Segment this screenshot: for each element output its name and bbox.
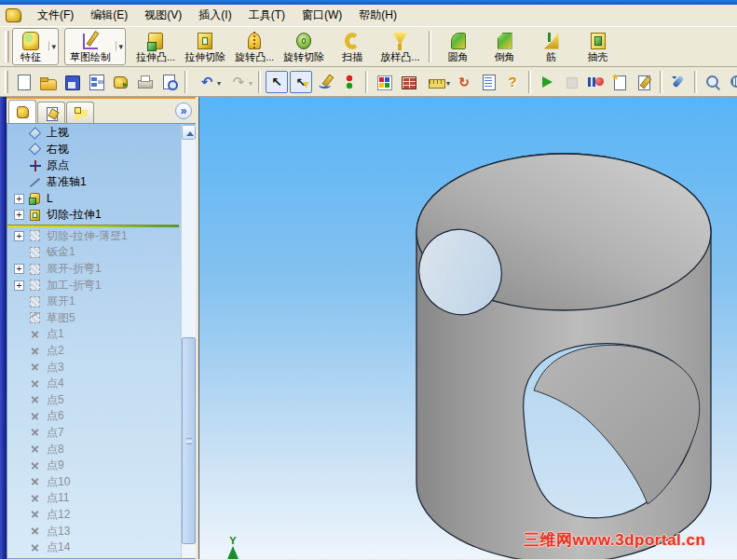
new-document-button[interactable] — [12, 71, 34, 93]
rib-button[interactable]: 筋 — [528, 28, 575, 65]
rollback-bar[interactable] — [7, 225, 179, 227]
new-note-button[interactable] — [608, 71, 631, 93]
toolbar-drag-handle[interactable] — [5, 71, 8, 93]
menu-item[interactable]: 帮助(H) — [350, 5, 405, 26]
lights-button[interactable] — [338, 71, 361, 93]
tree-item[interactable]: 点13 — [7, 523, 181, 540]
panel-tab-featuremanager[interactable] — [8, 100, 36, 123]
sweep-button[interactable]: 扫描 — [329, 28, 375, 65]
toolbar-separator — [365, 71, 368, 93]
edit-note-button[interactable] — [633, 71, 655, 93]
menu-item[interactable]: 视图(V) — [136, 5, 190, 26]
model-cylinder[interactable] — [199, 97, 737, 559]
panel-tab-propertymanager[interactable] — [37, 102, 65, 123]
tree-item[interactable]: 基准轴1 — [7, 174, 181, 191]
configurationmanager-icon — [74, 107, 88, 119]
tree-item[interactable]: 点6 — [7, 408, 181, 425]
tree-item[interactable]: 点5 — [7, 392, 181, 409]
expand-icon[interactable]: + — [14, 210, 24, 220]
chamfer-button[interactable]: 倒角 — [482, 28, 528, 65]
revolve-boss-button[interactable]: 旋转凸... — [230, 28, 279, 65]
tree-item[interactable]: +切除-拉伸-薄壁1 — [7, 228, 181, 245]
tree-item[interactable]: 右视 — [7, 142, 181, 158]
tree-item[interactable]: 点7 — [7, 425, 181, 442]
tree-item[interactable]: 点2 — [7, 343, 181, 360]
tree-item[interactable]: 草图5 — [7, 310, 181, 327]
scroll-up-button[interactable] — [182, 125, 196, 140]
open-folder-button[interactable] — [36, 71, 59, 93]
tree-item[interactable]: +展开-折弯1 — [7, 261, 181, 278]
sketch-draw-button[interactable]: 草图绘制▾ — [64, 28, 126, 65]
make-drawing-button[interactable] — [85, 71, 107, 93]
menu-item[interactable]: 窗口(W) — [293, 5, 350, 26]
undo-button[interactable]: ▾ — [192, 71, 222, 93]
expand-icon[interactable]: + — [14, 231, 24, 241]
section-view-button[interactable] — [453, 71, 475, 93]
axis-icon — [28, 176, 42, 189]
menu-item[interactable]: 插入(I) — [190, 5, 239, 26]
scrollbar-thumb[interactable] — [182, 337, 196, 544]
print-preview-button[interactable] — [157, 71, 180, 93]
toolbar-separator — [694, 71, 697, 93]
make-assembly-button[interactable] — [109, 71, 131, 93]
rotate-view-button[interactable] — [667, 71, 689, 93]
dropdown-caret-icon[interactable]: ▾ — [48, 42, 56, 51]
measure-button[interactable]: ▾ — [421, 71, 451, 93]
tree-item[interactable]: 原点 — [7, 157, 181, 174]
tree-item[interactable]: 点14 — [7, 540, 181, 556]
tree-item[interactable]: 点1 — [7, 326, 181, 343]
select-arrow-button[interactable] — [266, 71, 288, 93]
tree-item[interactable]: 点11 — [7, 490, 181, 507]
tree-item[interactable]: 点8 — [7, 441, 181, 458]
tree-item[interactable]: +切除-拉伸1 — [7, 207, 181, 224]
tree-scrollbar[interactable] — [181, 125, 196, 558]
tree-item[interactable]: 点9 — [7, 458, 181, 474]
extrude-boss-button[interactable]: 拉伸凸... — [131, 28, 180, 65]
menu-item[interactable]: 编辑(E) — [82, 5, 136, 26]
dropdown-caret-icon[interactable]: ▾ — [446, 79, 450, 88]
dropdown-caret-icon[interactable]: ▾ — [116, 42, 123, 51]
play-button[interactable] — [536, 71, 558, 93]
loft-button[interactable]: 放样凸... — [375, 28, 424, 65]
dropdown-caret-icon[interactable]: ▾ — [217, 79, 221, 88]
tree-item[interactable]: 点3 — [7, 359, 181, 376]
record-pause-button[interactable] — [584, 71, 607, 93]
help-button[interactable] — [501, 71, 524, 93]
expand-icon[interactable]: + — [14, 194, 24, 204]
panel-expand-button[interactable]: » — [175, 102, 192, 119]
fillet-button[interactable]: 圆角 — [435, 28, 482, 65]
button-label: 抽壳 — [588, 51, 608, 63]
tree-item[interactable]: 点12 — [7, 507, 181, 524]
tree-item[interactable]: +加工-折弯1 — [7, 277, 181, 294]
tree-item[interactable]: 钣金1 — [7, 244, 181, 261]
tree-item[interactable]: 点10 — [7, 473, 181, 490]
expand-icon[interactable]: + — [14, 264, 24, 274]
texture-button[interactable] — [397, 71, 419, 93]
extrude-cut-button[interactable]: 拉伸切除 — [180, 28, 230, 65]
zoom-to-area-button[interactable] — [726, 71, 737, 93]
tree-item-label: 切除-拉伸1 — [47, 207, 102, 223]
design-check-button[interactable] — [477, 71, 499, 93]
shell-button[interactable]: 抽壳 — [575, 28, 621, 65]
tree-item[interactable]: 上视 — [7, 125, 181, 142]
revolve-cut-button[interactable]: 旋转切除 — [279, 28, 329, 65]
expand-icon[interactable]: + — [14, 280, 24, 291]
extrude-boss-icon — [144, 31, 167, 51]
menu-item[interactable]: 文件(F) — [29, 5, 82, 26]
tree-item[interactable]: +L — [7, 190, 181, 207]
print-button[interactable] — [133, 71, 156, 93]
color-palette-button[interactable] — [373, 71, 395, 93]
panel-tab-configurationmanager[interactable] — [66, 102, 94, 123]
dropdown-caret-icon[interactable]: ▾ — [249, 79, 252, 88]
sketch-pencil-button[interactable] — [314, 71, 336, 93]
save-button[interactable] — [61, 71, 83, 93]
select-filter-button[interactable] — [290, 71, 312, 93]
zoom-to-fit-button[interactable] — [702, 71, 724, 93]
tree-item[interactable]: 点4 — [7, 376, 181, 392]
toolbar-drag-handle[interactable] — [5, 31, 9, 62]
menu-item[interactable]: 工具(T) — [240, 5, 293, 26]
tree-item[interactable]: 展开1 — [7, 294, 181, 310]
design-check-icon — [480, 74, 497, 90]
features-button[interactable]: 特征▾ — [12, 28, 59, 65]
graphics-viewport[interactable]: 三维网www.3dportal.cn Y — [199, 97, 737, 559]
